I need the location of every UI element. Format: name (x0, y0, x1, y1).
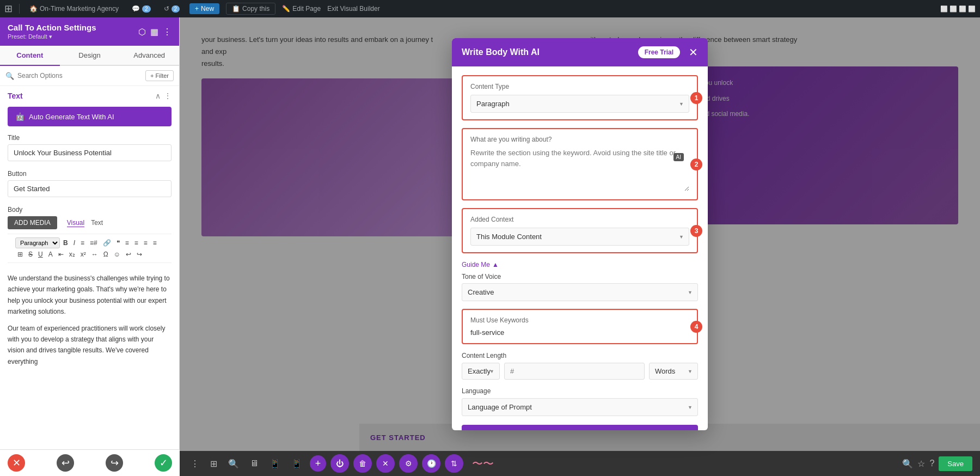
modal-header: Write Body With AI Free Trial ✕ (452, 38, 708, 66)
writing-about-label: What are you writing about? (470, 136, 689, 143)
monitor-button[interactable]: 🖥 (247, 456, 262, 471)
button-label: Button (8, 170, 171, 178)
menu-button[interactable]: ⋮ (187, 456, 203, 471)
search-canvas-button[interactable]: 🔍 (225, 456, 242, 471)
wp-logo-icon[interactable]: ⊞ (4, 3, 13, 15)
tone-label: Tone of Voice (462, 273, 698, 280)
comments[interactable]: 💬 2 (128, 3, 154, 15)
strikethrough-button[interactable]: S (26, 249, 35, 259)
modal-close-button[interactable]: ✕ (689, 46, 698, 59)
settings-canvas-button[interactable]: ⚙ (399, 454, 418, 473)
body-text-content: We understand the business's challenges … (0, 267, 179, 378)
body-paragraph-2: Our team of experienced practitioners wi… (8, 323, 171, 368)
edit-page-button[interactable]: ✏️ Edit Page (282, 5, 321, 13)
copy-icon: 📋 (232, 5, 240, 13)
align-center-button[interactable]: ≡ (132, 238, 140, 248)
modal-overlay: Write Body With AI Free Trial ✕ 1 Conten… (180, 17, 980, 451)
undo-sidebar-button[interactable]: ↩ (57, 454, 74, 472)
page-canvas: your business. Let's turn your ideas int… (180, 17, 980, 476)
revision-icon: ↺ (164, 5, 169, 13)
bold-button[interactable]: B (61, 238, 70, 248)
history-button[interactable]: 🕐 (422, 454, 440, 473)
subscript-button[interactable]: x₂ (67, 249, 77, 259)
align-left-button[interactable]: ≡ (123, 238, 131, 248)
plus-icon: + (195, 5, 199, 13)
redo-sidebar-button[interactable]: ↪ (106, 454, 123, 472)
content-type-select[interactable]: Paragraph Bullet Points Numbered List (470, 95, 689, 113)
guide-me-link[interactable]: Guide Me ▲ (462, 261, 698, 268)
text-tab[interactable]: Text (91, 219, 103, 227)
section-title: Text (8, 91, 23, 100)
button-input[interactable] (8, 180, 171, 197)
site-name[interactable]: 🏠 On-Time Marketing Agency (26, 3, 122, 15)
quote-button[interactable]: ❝ (114, 238, 122, 248)
align-full-button[interactable]: ↔ (89, 249, 100, 259)
ol-button[interactable]: ≡# (88, 238, 100, 248)
superscript-button[interactable]: x² (78, 249, 88, 259)
emoji-button[interactable]: ☺ (112, 249, 122, 259)
writing-about-textarea[interactable] (470, 148, 689, 191)
more-options-icon[interactable]: ⋮ (164, 91, 171, 100)
tab-content[interactable]: Content (0, 46, 60, 66)
delete-button[interactable]: 🗑 (353, 454, 372, 473)
indent-decrease-button[interactable]: ⇤ (56, 249, 66, 259)
add-media-button[interactable]: ADD MEDIA (8, 216, 57, 229)
special-chars-button[interactable]: Ω (101, 249, 111, 259)
cancel-button[interactable]: ✕ (8, 454, 25, 472)
ul-button[interactable]: ≡ (78, 238, 87, 248)
add-element-button[interactable]: + (310, 455, 326, 472)
revisions[interactable]: ↺ 2 (161, 3, 183, 15)
align-right-button[interactable]: ≡ (142, 238, 150, 248)
italic-button[interactable]: I (71, 238, 77, 248)
star-icon[interactable]: ☆ (917, 459, 925, 469)
search-icon-right[interactable]: 🔍 (902, 459, 913, 469)
color-button[interactable]: A (46, 249, 55, 259)
ai-generate-button[interactable]: 🤖 Auto Generate Text With AI (8, 107, 171, 126)
length-unit-select[interactable]: Words Sentences Paragraphs (649, 363, 698, 380)
language-label: Language (462, 387, 698, 395)
save-button[interactable]: Save (939, 456, 972, 471)
tab-advanced[interactable]: Advanced (119, 46, 179, 66)
align-justify-button[interactable]: ≡ (151, 238, 159, 248)
power-button[interactable]: ⏻ (330, 454, 349, 473)
exit-builder-button[interactable]: Exit Visual Builder (327, 5, 380, 13)
added-context-select[interactable]: This Module Content Entire Page None (470, 228, 689, 246)
layers-button[interactable]: ⇅ (445, 454, 463, 473)
visual-tab[interactable]: Visual (67, 219, 84, 227)
undo-button[interactable]: ↩ (124, 249, 133, 259)
help-icon[interactable]: ? (929, 459, 934, 468)
format-select[interactable]: Paragraph (15, 237, 60, 248)
confirm-button[interactable]: ✓ (155, 454, 172, 472)
filter-button[interactable]: + Filter (145, 70, 174, 81)
tablet-button[interactable]: 📱 (266, 456, 284, 471)
chevron-up-icon[interactable]: ∧ (155, 91, 161, 100)
keywords-value: full-service (470, 328, 689, 337)
expand-icon[interactable]: ⬡ (138, 27, 146, 37)
length-type-select[interactable]: Exactly About At Least At Most (462, 363, 500, 380)
table-button[interactable]: ⊞ (15, 249, 25, 259)
wp-admin-bar: ⊞ 🏠 On-Time Marketing Agency 💬 2 ↺ 2 + N… (0, 0, 980, 17)
underline-button[interactable]: U (36, 249, 45, 259)
grid-button[interactable]: ⊞ (207, 456, 220, 471)
search-input[interactable] (17, 72, 142, 80)
columns-icon[interactable]: ▦ (150, 27, 158, 37)
tab-design[interactable]: Design (60, 46, 120, 66)
new-button[interactable]: + New (189, 3, 219, 14)
pencil-icon: ✏️ (282, 5, 290, 13)
generate-text-button[interactable]: 5 Generate Text (462, 425, 698, 430)
title-input[interactable] (8, 144, 171, 161)
length-number-input[interactable] (504, 363, 645, 380)
sidebar-preset[interactable]: Preset: Default ▾ (8, 33, 96, 40)
close-canvas-button[interactable]: ✕ (376, 454, 395, 473)
free-trial-button[interactable]: Free Trial (638, 46, 680, 58)
copy-button[interactable]: 📋 Copy this (226, 3, 275, 15)
redo-button[interactable]: ↪ (134, 249, 144, 259)
sidebar-bottom-bar: ✕ ↩ ↪ ✓ (0, 449, 180, 476)
mobile-button[interactable]: 📱 (288, 456, 305, 471)
more-icon[interactable]: ⋮ (163, 27, 171, 37)
button-field-group: Button (0, 166, 179, 202)
tone-select[interactable]: Creative Professional Casual Formal (462, 283, 698, 301)
language-select[interactable]: Language of Prompt English Spanish Frenc… (462, 398, 698, 416)
toolbar-right: 🔍 ☆ ? Save (902, 456, 972, 471)
link-button[interactable]: 🔗 (101, 238, 113, 248)
